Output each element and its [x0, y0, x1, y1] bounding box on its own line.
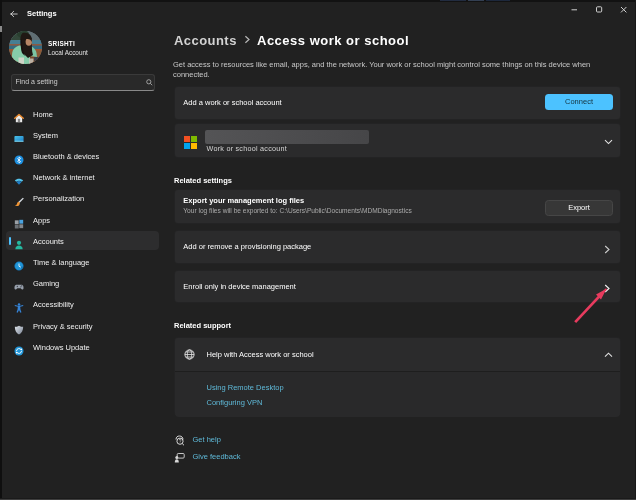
svg-text:?: ?	[179, 439, 182, 444]
